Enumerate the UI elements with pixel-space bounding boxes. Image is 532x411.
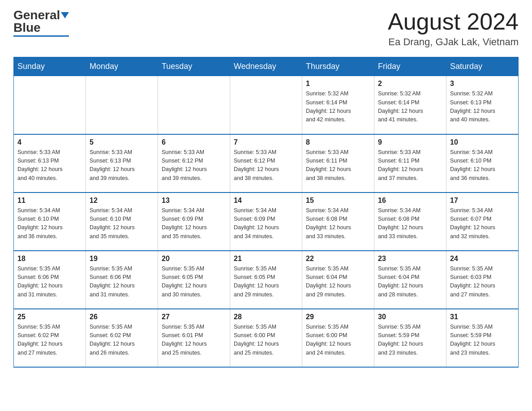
calendar-cell: 10Sunrise: 5:34 AM Sunset: 6:10 PM Dayli…	[446, 134, 519, 193]
day-info: Sunrise: 5:33 AM Sunset: 6:13 PM Dayligh…	[90, 148, 154, 183]
month-title: August 2024	[388, 9, 519, 34]
calendar-cell: 5Sunrise: 5:33 AM Sunset: 6:13 PM Daylig…	[86, 134, 158, 193]
day-info: Sunrise: 5:32 AM Sunset: 6:14 PM Dayligh…	[378, 90, 442, 124]
day-number: 22	[306, 255, 370, 263]
calendar-cell: 12Sunrise: 5:34 AM Sunset: 6:10 PM Dayli…	[86, 193, 158, 251]
calendar-cell: 16Sunrise: 5:34 AM Sunset: 6:08 PM Dayli…	[374, 193, 446, 251]
day-info: Sunrise: 5:35 AM Sunset: 6:01 PM Dayligh…	[162, 323, 226, 358]
calendar-cell: 23Sunrise: 5:35 AM Sunset: 6:04 PM Dayli…	[374, 251, 446, 309]
day-info: Sunrise: 5:35 AM Sunset: 6:05 PM Dayligh…	[162, 265, 226, 300]
calendar-cell: 11Sunrise: 5:34 AM Sunset: 6:10 PM Dayli…	[14, 193, 86, 251]
day-info: Sunrise: 5:35 AM Sunset: 6:06 PM Dayligh…	[17, 265, 82, 300]
day-info: Sunrise: 5:33 AM Sunset: 6:11 PM Dayligh…	[306, 148, 370, 183]
header-thursday: Thursday	[302, 57, 374, 76]
day-info: Sunrise: 5:33 AM Sunset: 6:11 PM Dayligh…	[378, 148, 442, 183]
logo-underline	[13, 35, 69, 37]
calendar-cell: 18Sunrise: 5:35 AM Sunset: 6:06 PM Dayli…	[14, 251, 86, 309]
calendar-cell: 19Sunrise: 5:35 AM Sunset: 6:06 PM Dayli…	[86, 251, 158, 309]
calendar-week-row: 1Sunrise: 5:32 AM Sunset: 6:14 PM Daylig…	[14, 76, 519, 134]
calendar-cell: 31Sunrise: 5:35 AM Sunset: 5:59 PM Dayli…	[446, 309, 519, 367]
calendar-cell	[158, 76, 230, 134]
header-wednesday: Wednesday	[230, 57, 302, 76]
calendar-cell: 29Sunrise: 5:35 AM Sunset: 6:00 PM Dayli…	[302, 309, 374, 367]
logo-blue: Blue	[13, 21, 41, 34]
day-number: 6	[162, 138, 226, 146]
calendar-cell: 21Sunrise: 5:35 AM Sunset: 6:05 PM Dayli…	[230, 251, 302, 309]
day-info: Sunrise: 5:33 AM Sunset: 6:13 PM Dayligh…	[17, 148, 82, 183]
day-number: 10	[450, 138, 515, 146]
calendar-cell	[86, 76, 158, 134]
day-number: 15	[306, 197, 370, 205]
calendar-cell: 17Sunrise: 5:34 AM Sunset: 6:07 PM Dayli…	[446, 193, 519, 251]
day-number: 17	[450, 197, 515, 205]
calendar-cell: 24Sunrise: 5:35 AM Sunset: 6:03 PM Dayli…	[446, 251, 519, 309]
day-info: Sunrise: 5:34 AM Sunset: 6:10 PM Dayligh…	[17, 206, 82, 241]
calendar-cell: 22Sunrise: 5:35 AM Sunset: 6:04 PM Dayli…	[302, 251, 374, 309]
day-number: 13	[162, 197, 226, 205]
calendar-table: SundayMondayTuesdayWednesdayThursdayFrid…	[13, 57, 519, 368]
location: Ea Drang, GJak Lak, Vietnam	[388, 36, 519, 48]
day-number: 31	[450, 313, 515, 321]
calendar-cell: 4Sunrise: 5:33 AM Sunset: 6:13 PM Daylig…	[14, 134, 86, 193]
day-number: 20	[162, 255, 226, 263]
calendar-cell	[14, 76, 86, 134]
calendar-week-row: 11Sunrise: 5:34 AM Sunset: 6:10 PM Dayli…	[14, 193, 519, 251]
day-info: Sunrise: 5:35 AM Sunset: 6:05 PM Dayligh…	[234, 265, 298, 300]
day-number: 27	[162, 313, 226, 321]
calendar-cell: 28Sunrise: 5:35 AM Sunset: 6:00 PM Dayli…	[230, 309, 302, 367]
day-info: Sunrise: 5:33 AM Sunset: 6:12 PM Dayligh…	[234, 148, 298, 183]
day-info: Sunrise: 5:33 AM Sunset: 6:12 PM Dayligh…	[162, 148, 226, 183]
logo: General Blue	[13, 9, 69, 37]
day-info: Sunrise: 5:35 AM Sunset: 6:03 PM Dayligh…	[450, 265, 515, 300]
day-info: Sunrise: 5:34 AM Sunset: 6:08 PM Dayligh…	[378, 206, 442, 241]
svg-marker-0	[61, 12, 69, 18]
day-number: 5	[90, 138, 154, 146]
calendar-cell: 26Sunrise: 5:35 AM Sunset: 6:02 PM Dayli…	[86, 309, 158, 367]
calendar-cell	[230, 76, 302, 134]
logo-general: General	[13, 9, 60, 21]
day-number: 7	[234, 138, 298, 146]
day-number: 3	[450, 80, 515, 88]
calendar-week-row: 25Sunrise: 5:35 AM Sunset: 6:02 PM Dayli…	[14, 309, 519, 367]
header-tuesday: Tuesday	[158, 57, 230, 76]
day-number: 16	[378, 197, 442, 205]
calendar-cell: 2Sunrise: 5:32 AM Sunset: 6:14 PM Daylig…	[374, 76, 446, 134]
day-info: Sunrise: 5:35 AM Sunset: 6:00 PM Dayligh…	[306, 323, 370, 358]
calendar-cell: 9Sunrise: 5:33 AM Sunset: 6:11 PM Daylig…	[374, 134, 446, 193]
day-number: 24	[450, 255, 515, 263]
logo-triangle-icon	[61, 12, 69, 18]
day-number: 26	[90, 313, 154, 321]
calendar-cell: 13Sunrise: 5:34 AM Sunset: 6:09 PM Dayli…	[158, 193, 230, 251]
day-info: Sunrise: 5:35 AM Sunset: 6:04 PM Dayligh…	[306, 265, 370, 300]
calendar-cell: 30Sunrise: 5:35 AM Sunset: 5:59 PM Dayli…	[374, 309, 446, 367]
day-number: 8	[306, 138, 370, 146]
calendar-cell: 3Sunrise: 5:32 AM Sunset: 6:13 PM Daylig…	[446, 76, 519, 134]
calendar-cell: 20Sunrise: 5:35 AM Sunset: 6:05 PM Dayli…	[158, 251, 230, 309]
day-info: Sunrise: 5:35 AM Sunset: 5:59 PM Dayligh…	[378, 323, 442, 358]
day-info: Sunrise: 5:32 AM Sunset: 6:14 PM Dayligh…	[306, 90, 370, 124]
day-number: 18	[17, 255, 82, 263]
day-info: Sunrise: 5:35 AM Sunset: 6:00 PM Dayligh…	[234, 323, 298, 358]
day-info: Sunrise: 5:34 AM Sunset: 6:07 PM Dayligh…	[450, 206, 515, 241]
day-number: 2	[378, 80, 442, 88]
page-header: General Blue August 2024 Ea Drang, GJak …	[13, 9, 519, 48]
day-info: Sunrise: 5:35 AM Sunset: 6:06 PM Dayligh…	[90, 265, 154, 300]
day-info: Sunrise: 5:32 AM Sunset: 6:13 PM Dayligh…	[450, 90, 515, 124]
day-info: Sunrise: 5:34 AM Sunset: 6:10 PM Dayligh…	[450, 148, 515, 183]
day-number: 11	[17, 197, 82, 205]
day-info: Sunrise: 5:34 AM Sunset: 6:09 PM Dayligh…	[162, 206, 226, 241]
calendar-cell: 14Sunrise: 5:34 AM Sunset: 6:09 PM Dayli…	[230, 193, 302, 251]
header-saturday: Saturday	[446, 57, 519, 76]
header-monday: Monday	[86, 57, 158, 76]
title-section: August 2024 Ea Drang, GJak Lak, Vietnam	[388, 9, 519, 48]
calendar-header-row: SundayMondayTuesdayWednesdayThursdayFrid…	[14, 57, 519, 76]
header-friday: Friday	[374, 57, 446, 76]
day-number: 4	[17, 138, 82, 146]
day-number: 9	[378, 138, 442, 146]
day-number: 1	[306, 80, 370, 88]
header-sunday: Sunday	[14, 57, 86, 76]
day-number: 23	[378, 255, 442, 263]
calendar-cell: 1Sunrise: 5:32 AM Sunset: 6:14 PM Daylig…	[302, 76, 374, 134]
day-info: Sunrise: 5:34 AM Sunset: 6:10 PM Dayligh…	[90, 206, 154, 241]
day-info: Sunrise: 5:35 AM Sunset: 6:04 PM Dayligh…	[378, 265, 442, 300]
